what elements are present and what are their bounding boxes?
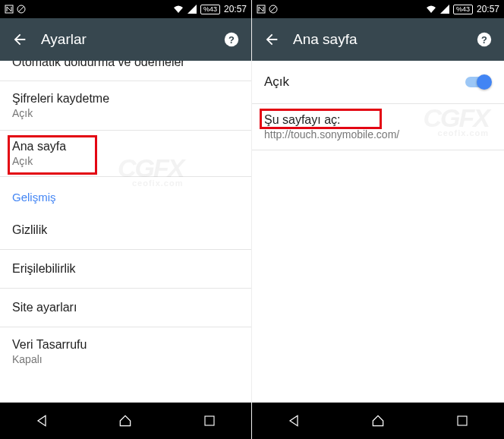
list-item-autofill[interactable]: Otomatik doldurma ve ödemeler xyxy=(0,61,251,81)
app-bar: Ana sayfa ? xyxy=(252,18,504,61)
battery-icon: %43 xyxy=(200,5,220,14)
item-title: Şu sayfayı aç: xyxy=(264,113,492,127)
back-button[interactable] xyxy=(260,27,284,52)
list-item-site-settings[interactable]: Site ayarları xyxy=(0,289,251,327)
wifi-icon xyxy=(426,5,436,14)
signal-icon xyxy=(187,5,197,14)
nfc-icon xyxy=(257,5,266,14)
item-title: Şifreleri kaydetme xyxy=(12,92,239,106)
toggle-row-enabled[interactable]: Açık xyxy=(252,61,504,104)
help-button[interactable]: ? xyxy=(472,27,496,52)
list-item-data-saver[interactable]: Veri Tasarrufu Kapalı xyxy=(0,327,251,376)
app-bar: Ayarlar ? xyxy=(0,18,251,61)
settings-list: Otomatik doldurma ve ödemeler Şifreleri … xyxy=(0,61,251,403)
list-item-privacy[interactable]: Gizlilik xyxy=(0,211,251,250)
nav-back-button[interactable] xyxy=(271,407,317,434)
back-button[interactable] xyxy=(8,27,32,52)
phone-screenshot-left: %43 20:57 Ayarlar ? Otomatik doldurma ve… xyxy=(0,0,252,439)
battery-icon: %43 xyxy=(453,5,473,14)
list-item-open-page[interactable]: Şu sayfayı aç: http://touch.sonymobile.c… xyxy=(252,104,504,150)
svg-line-8 xyxy=(270,6,276,12)
help-button[interactable]: ? xyxy=(219,27,244,52)
list-item-accessibility[interactable]: Erişilebilirlik xyxy=(0,250,251,289)
battery-percent: %43 xyxy=(203,5,217,13)
homepage-settings: Açık Şu sayfayı aç: http://touch.sonymob… xyxy=(252,61,504,403)
svg-text:?: ? xyxy=(228,34,235,46)
status-bar: %43 20:57 xyxy=(252,0,504,18)
no-sim-icon xyxy=(269,5,278,14)
nav-bar xyxy=(0,403,251,439)
nav-recents-button[interactable] xyxy=(187,407,232,434)
item-subtitle: Açık xyxy=(12,107,239,119)
appbar-title: Ana sayfa xyxy=(293,31,472,48)
item-title: Ana sayfa xyxy=(12,140,239,153)
toggle-label: Açık xyxy=(264,74,465,90)
svg-line-2 xyxy=(18,6,24,12)
clock: 20:57 xyxy=(477,4,499,14)
battery-percent: %43 xyxy=(456,5,470,13)
nav-home-button[interactable] xyxy=(102,407,148,434)
appbar-title: Ayarlar xyxy=(41,31,219,48)
nav-recents-button[interactable] xyxy=(439,407,485,434)
clock: 20:57 xyxy=(224,4,247,14)
phone-screenshot-right: %43 20:57 Ana sayfa ? Açık Şu sayfay xyxy=(252,0,504,439)
no-sim-icon xyxy=(17,5,26,14)
nav-home-button[interactable] xyxy=(355,407,401,434)
nav-back-button[interactable] xyxy=(19,407,65,434)
svg-rect-5 xyxy=(205,416,214,425)
svg-rect-11 xyxy=(458,416,467,425)
nfc-icon xyxy=(5,5,14,14)
item-title: Gizlilik xyxy=(12,222,239,238)
switch-on[interactable] xyxy=(465,74,492,90)
list-item-passwords[interactable]: Şifreleri kaydetme Açık xyxy=(0,81,251,131)
wifi-icon xyxy=(173,5,184,14)
item-title: Veri Tasarrufu xyxy=(12,338,239,352)
svg-text:?: ? xyxy=(481,34,487,46)
signal-icon xyxy=(440,5,449,14)
item-title: Erişilebilirlik xyxy=(12,261,239,277)
item-title: Otomatik doldurma ve ödemeler xyxy=(12,61,185,68)
list-item-homepage[interactable]: Ana sayfa Açık xyxy=(0,131,251,177)
item-title: Site ayarları xyxy=(12,299,239,316)
status-bar: %43 20:57 xyxy=(0,0,251,18)
item-subtitle: Açık xyxy=(12,155,239,167)
nav-bar xyxy=(252,403,504,439)
item-subtitle: Kapalı xyxy=(12,353,239,365)
item-subtitle: http://touch.sonymobile.com/ xyxy=(264,128,492,141)
section-label-advanced: Gelişmiş xyxy=(0,177,251,211)
